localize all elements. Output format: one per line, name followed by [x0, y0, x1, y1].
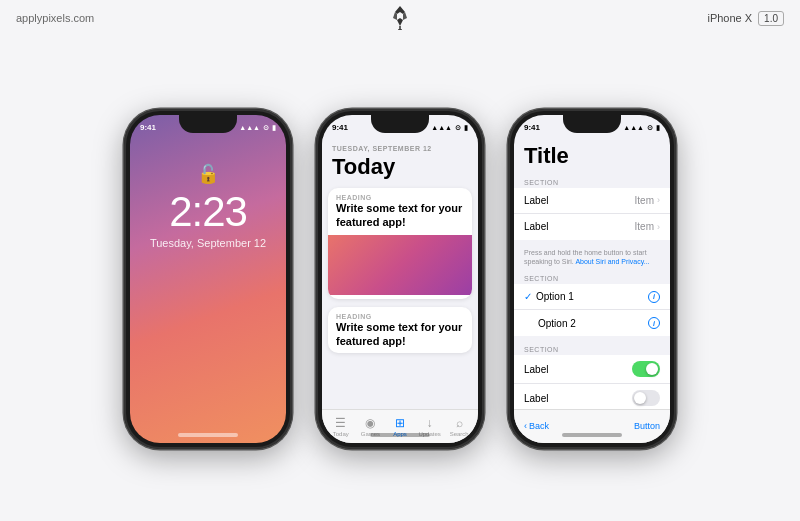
wifi-icon: ⊙: [263, 124, 269, 132]
phone-settings: 9:41 ▲▲▲ ⊙ ▮ Title SECTION Label Item ›: [508, 109, 676, 449]
settings-row-1[interactable]: Label Item ›: [514, 188, 670, 214]
lock-time: 2:23: [169, 191, 247, 233]
settings-group-3: Label Label: [514, 355, 670, 408]
row2-chevron-icon: ›: [657, 222, 660, 232]
home-indicator-3: [562, 433, 622, 437]
home-indicator-2: [370, 433, 430, 437]
phone1-inner: 9:41 ▲▲▲ ⊙ ▮ 🔓 2:23 Tuesday, September 1…: [130, 115, 286, 443]
checkmark-icon: ✓: [524, 291, 532, 302]
option2-info-icon[interactable]: i: [648, 317, 660, 329]
tab-updates-icon: ↓: [427, 416, 433, 430]
signal-icon: ▲▲▲: [239, 124, 260, 131]
toggle2-label: Label: [524, 393, 548, 404]
status-time-1: 9:41: [140, 123, 156, 132]
row1-chevron-icon: ›: [657, 195, 660, 205]
tab-bar: ☰ Today ◉ Games ⊞ Apps ↓ Updates ⌕ Sea: [322, 409, 478, 443]
device-label: iPhone X: [707, 12, 752, 24]
tab-games-icon: ◉: [365, 416, 375, 430]
toggle-row-1[interactable]: Label: [514, 355, 670, 384]
settings-row-2[interactable]: Label Item ›: [514, 214, 670, 240]
card1-image: [328, 235, 472, 295]
battery2-icon: ▮: [464, 124, 468, 132]
notch1: [179, 115, 237, 133]
option2-row[interactable]: Option 2 i: [514, 310, 670, 336]
toggle-off[interactable]: [632, 390, 660, 406]
card1-text: HEADING Write some text for your feature…: [328, 188, 472, 234]
today-content: Tuesday, September 12 Today HEADING Writ…: [322, 137, 478, 409]
option2-label: Option 2: [538, 318, 576, 329]
status-icons-2: ▲▲▲ ⊙ ▮: [431, 124, 468, 132]
lock-date: Tuesday, September 12: [150, 237, 266, 249]
tab-search-icon: ⌕: [456, 416, 463, 430]
siri-link[interactable]: About Siri and Privacy...: [575, 258, 649, 265]
status-icons-3: ▲▲▲ ⊙ ▮: [623, 124, 660, 132]
lock-content: 🔓 2:23 Tuesday, September 12: [130, 115, 286, 443]
row1-value: Item: [635, 195, 654, 206]
toggle-row-2[interactable]: Label: [514, 384, 670, 408]
row1-right: Item ›: [635, 195, 660, 206]
row2-label: Label: [524, 221, 548, 232]
phones-container: 9:41 ▲▲▲ ⊙ ▮ 🔓 2:23 Tuesday, September 1…: [0, 36, 800, 521]
signal3-icon: ▲▲▲: [623, 124, 644, 131]
status-icons-1: ▲▲▲ ⊙ ▮: [239, 124, 276, 132]
logo: [389, 4, 411, 32]
section2-label: SECTION: [514, 271, 670, 284]
version-badge: 1.0: [758, 11, 784, 26]
status-time-3: 9:41: [524, 123, 540, 132]
tab-search[interactable]: ⌕ Search: [447, 416, 471, 437]
option1-row[interactable]: ✓ Option 1 i: [514, 284, 670, 310]
tab-today[interactable]: ☰ Today: [329, 416, 353, 437]
toggle-off-knob: [634, 392, 646, 404]
option1-label: Option 1: [536, 291, 574, 302]
status-time-2: 9:41: [332, 123, 348, 132]
wifi3-icon: ⊙: [647, 124, 653, 132]
lock-icon: 🔓: [197, 163, 219, 185]
battery-icon: ▮: [272, 124, 276, 132]
option2-left: Option 2: [524, 318, 576, 329]
phone-today: 9:41 ▲▲▲ ⊙ ▮ Tuesday, September 12 Today…: [316, 109, 484, 449]
card2-body: Write some text for your featured app!: [336, 320, 464, 349]
phone-lockscreen: 9:41 ▲▲▲ ⊙ ▮ 🔓 2:23 Tuesday, September 1…: [124, 109, 292, 449]
tab-apps-icon: ⊞: [395, 416, 405, 430]
phone3-inner: 9:41 ▲▲▲ ⊙ ▮ Title SECTION Label Item ›: [514, 115, 670, 443]
device-info: iPhone X 1.0: [707, 11, 784, 26]
settings-title: Title: [514, 137, 670, 175]
battery3-icon: ▮: [656, 124, 660, 132]
toggle1-label: Label: [524, 364, 548, 375]
settings-group-2: ✓ Option 1 i Option 2 i: [514, 284, 670, 336]
tab-today-icon: ☰: [335, 416, 346, 430]
today-card-1: HEADING Write some text for your feature…: [328, 188, 472, 300]
site-label: applypixels.com: [16, 12, 94, 24]
section1-label: SECTION: [514, 175, 670, 188]
notch2: [371, 115, 429, 133]
settings-content: Title SECTION Label Item › Label Ite: [514, 137, 670, 409]
option1-info-icon[interactable]: i: [648, 291, 660, 303]
today-date-small: Tuesday, September 12: [322, 137, 478, 154]
card1-body: Write some text for your featured app!: [336, 201, 464, 230]
row1-label: Label: [524, 195, 548, 206]
nav-button[interactable]: Button: [634, 421, 660, 431]
notch3: [563, 115, 621, 133]
signal2-icon: ▲▲▲: [431, 124, 452, 131]
card2-text: HEADING Write some text for your feature…: [328, 307, 472, 353]
card2-heading: HEADING: [336, 313, 464, 320]
settings-nav-bar: ‹ Back Button: [514, 409, 670, 443]
option1-left: ✓ Option 1: [524, 291, 574, 302]
siri-text: Press and hold the home button to start …: [514, 246, 670, 272]
today-card-2: HEADING Write some text for your feature…: [328, 307, 472, 353]
row2-value: Item: [635, 221, 654, 232]
back-chevron-icon: ‹: [524, 421, 527, 431]
card1-heading: HEADING: [336, 194, 464, 201]
top-bar: applypixels.com iPhone X 1.0: [0, 0, 800, 36]
toggle-on[interactable]: [632, 361, 660, 377]
home-indicator-1: [178, 433, 238, 437]
settings-group-1: Label Item › Label Item ›: [514, 188, 670, 240]
section3-label: SECTION: [514, 342, 670, 355]
phone2-inner: 9:41 ▲▲▲ ⊙ ▮ Tuesday, September 12 Today…: [322, 115, 478, 443]
toggle-on-knob: [646, 363, 658, 375]
tab-today-label: Today: [333, 431, 349, 437]
tab-search-label: Search: [450, 431, 469, 437]
back-label: Back: [529, 421, 549, 431]
today-title: Today: [322, 154, 478, 188]
back-button[interactable]: ‹ Back: [524, 421, 549, 431]
